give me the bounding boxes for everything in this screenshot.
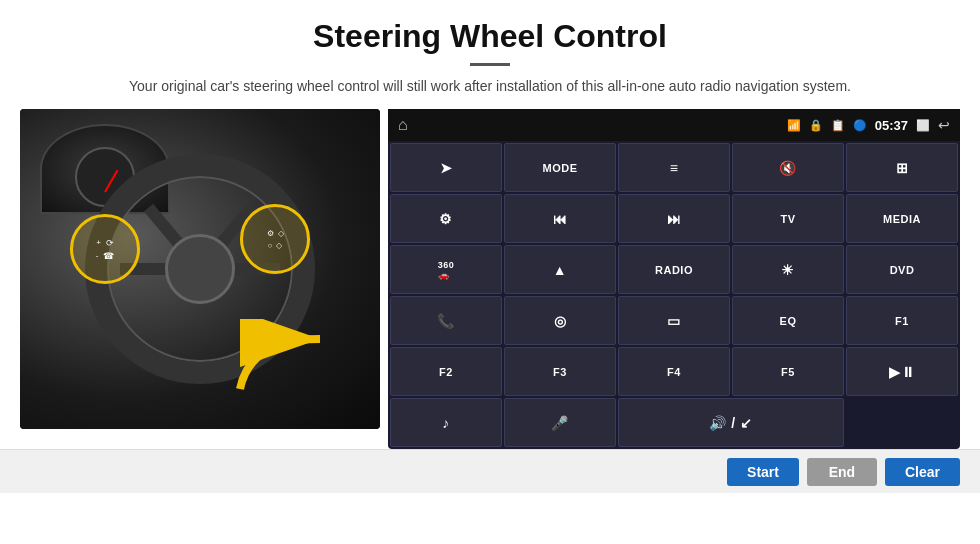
media-label: MEDIA	[883, 213, 921, 225]
subtitle: Your original car's steering wheel contr…	[0, 76, 980, 97]
content-area: +⟳ -☎ ⚙◇ ○◇	[0, 109, 980, 449]
panel-btn-nav[interactable]: ◎	[504, 296, 616, 345]
bottom-bar: Start End Clear	[0, 449, 980, 493]
arrow-icon	[230, 319, 350, 399]
panel-btn-eq[interactable]: EQ	[732, 296, 844, 345]
panel-btn-360[interactable]: 360🚗	[390, 245, 502, 294]
panel-grid: ➤ MODE ≡ 🔇 ⊞ ⚙ ⏮ ⏭	[388, 141, 960, 449]
panel-btn-prev[interactable]: ⏮	[504, 194, 616, 243]
panel-btn-f3[interactable]: F3	[504, 347, 616, 396]
home-icon[interactable]: ⌂	[398, 116, 408, 134]
panel-btn-f5[interactable]: F5	[732, 347, 844, 396]
cast-icon: ⬜	[916, 119, 930, 132]
mute-icon: 🔇	[779, 160, 797, 176]
page-title: Steering Wheel Control	[0, 0, 980, 55]
mic-icon: 🎤	[551, 415, 569, 431]
360-label: 360🚗	[438, 260, 455, 280]
lock-icon: 🔒	[809, 119, 823, 132]
panel-statusbar: ⌂ 📶 🔒 📋 🔵 05:37 ⬜ ↩	[388, 109, 960, 141]
back-icon[interactable]: ↩	[938, 117, 950, 133]
mode-label: MODE	[543, 162, 578, 174]
title-divider	[470, 63, 510, 66]
panel-btn-radio[interactable]: RADIO	[618, 245, 730, 294]
f3-label: F3	[553, 366, 567, 378]
panel-btn-playpause[interactable]: ▶⏸	[846, 347, 958, 396]
bt-icon: 🔵	[853, 119, 867, 132]
status-time: 05:37	[875, 118, 908, 133]
panel-btn-screen[interactable]: ▭	[618, 296, 730, 345]
apps-icon: ⊞	[896, 160, 909, 176]
panel-btn-f1[interactable]: F1	[846, 296, 958, 345]
end-button[interactable]: End	[807, 458, 877, 486]
control-panel: ⌂ 📶 🔒 📋 🔵 05:37 ⬜ ↩ ➤ MODE ≡	[388, 109, 960, 449]
wifi-icon: 📶	[787, 119, 801, 132]
status-icons: 📶 🔒 📋 🔵 05:37 ⬜ ↩	[787, 117, 950, 133]
panel-btn-brightness[interactable]: ☀	[732, 245, 844, 294]
panel-btn-tv[interactable]: TV	[732, 194, 844, 243]
steering-wheel-image: +⟳ -☎ ⚙◇ ○◇	[20, 109, 380, 429]
start-button[interactable]: Start	[727, 458, 799, 486]
panel-btn-vol-phone[interactable]: 🔊 / ↙	[618, 398, 844, 447]
radio-label: RADIO	[655, 264, 693, 276]
tv-label: TV	[780, 213, 795, 225]
panel-btn-apps[interactable]: ⊞	[846, 143, 958, 192]
eq-label: EQ	[780, 315, 797, 327]
panel-btn-empty	[846, 398, 958, 447]
next-icon: ⏭	[667, 211, 682, 227]
f2-label: F2	[439, 366, 453, 378]
clear-button[interactable]: Clear	[885, 458, 960, 486]
prev-icon: ⏮	[553, 211, 568, 227]
panel-btn-eject[interactable]: ▲	[504, 245, 616, 294]
panel-btn-media[interactable]: MEDIA	[846, 194, 958, 243]
panel-btn-f2[interactable]: F2	[390, 347, 502, 396]
panel-btn-mute[interactable]: 🔇	[732, 143, 844, 192]
panel-btn-phone[interactable]: 📞	[390, 296, 502, 345]
f5-label: F5	[781, 366, 795, 378]
screen-icon: ▭	[667, 313, 681, 329]
panel-btn-next[interactable]: ⏭	[618, 194, 730, 243]
settings-icon: ⚙	[439, 211, 453, 227]
wheel-hub	[165, 234, 235, 304]
panel-btn-f4[interactable]: F4	[618, 347, 730, 396]
phone-icon: 📞	[437, 313, 455, 329]
panel-btn-dvd[interactable]: DVD	[846, 245, 958, 294]
sim-icon: 📋	[831, 119, 845, 132]
playpause-icon: ▶⏸	[889, 364, 915, 380]
music-icon: ♪	[442, 415, 450, 431]
right-control-circle: ⚙◇ ○◇	[240, 204, 310, 274]
brightness-icon: ☀	[781, 262, 795, 278]
panel-btn-music[interactable]: ♪	[390, 398, 502, 447]
panel-btn-settings[interactable]: ⚙	[390, 194, 502, 243]
vol-phone-icon: 🔊 / ↙	[709, 415, 752, 431]
panel-btn-list[interactable]: ≡	[618, 143, 730, 192]
dvd-label: DVD	[890, 264, 915, 276]
wheel-background: +⟳ -☎ ⚙◇ ○◇	[20, 109, 380, 429]
panel-btn-navigate[interactable]: ➤	[390, 143, 502, 192]
nav-icon: ◎	[554, 313, 567, 329]
left-control-circle: +⟳ -☎	[70, 214, 140, 284]
eject-icon: ▲	[553, 262, 567, 278]
f4-label: F4	[667, 366, 681, 378]
list-icon: ≡	[670, 160, 679, 176]
panel-btn-mode[interactable]: MODE	[504, 143, 616, 192]
panel-btn-mic[interactable]: 🎤	[504, 398, 616, 447]
f1-label: F1	[895, 315, 909, 327]
navigate-icon: ➤	[440, 160, 453, 176]
